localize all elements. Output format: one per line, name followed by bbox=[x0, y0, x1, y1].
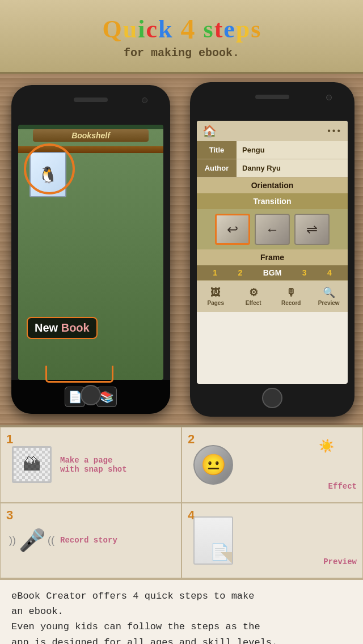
flip-page-symbol: 📄 bbox=[210, 543, 230, 561]
title-i: i bbox=[138, 15, 145, 44]
bgm-num-3: 3 bbox=[302, 268, 307, 277]
pages-icon: 🖼 bbox=[210, 287, 221, 299]
title-space2 bbox=[196, 15, 202, 44]
mic-wave-left: )) bbox=[9, 535, 16, 546]
phone-right-camera bbox=[326, 95, 332, 100]
rp-title-field[interactable]: Title Pengu bbox=[197, 141, 348, 159]
step-1-num: 1 bbox=[6, 432, 13, 447]
tab-effect-label: Effect bbox=[246, 300, 261, 306]
tab-effect[interactable]: ⚙ Effect bbox=[235, 281, 273, 312]
rp-transition-icons: ↩ ← ⇌ bbox=[197, 209, 348, 249]
new-word: New bbox=[35, 321, 58, 334]
rp-bottom-tabs: 🖼 Pages ⚙ Effect 🎙 Record 🔍 Preview bbox=[197, 280, 348, 312]
tab-pages-label: Pages bbox=[208, 300, 224, 306]
mountain-icon: 🏔 bbox=[23, 454, 41, 475]
step-3-icon-area: )) 🎤 )) bbox=[9, 518, 54, 563]
rp-author-field[interactable]: Author Danny Ryu bbox=[197, 159, 348, 177]
tab-pages[interactable]: 🖼 Pages bbox=[197, 281, 235, 312]
record-icon: 🎙 bbox=[286, 287, 296, 299]
step-4-icon-area: 📄 bbox=[191, 518, 236, 563]
step-3-cell: 3 )) 🎤 )) Record story bbox=[0, 503, 182, 579]
book-flip-icon: 📄 bbox=[193, 516, 233, 565]
effect-icon: ⚙ bbox=[249, 286, 258, 299]
title-ss: s bbox=[251, 15, 260, 44]
bookshelf: Bookshelf 🐧 New Book bbox=[18, 129, 163, 380]
step-1-cell: 1 🏔 Make a page with snap shot bbox=[0, 427, 182, 503]
rp-title-value: Pengu bbox=[237, 146, 265, 154]
preview-icon: 🔍 bbox=[323, 286, 335, 299]
step-2-label: Effect bbox=[328, 482, 357, 491]
tab-record[interactable]: 🎙 Record bbox=[272, 281, 310, 312]
step-3-label: Record story bbox=[54, 536, 117, 545]
bookshelf-label: Bookshelf bbox=[33, 129, 149, 142]
desc-line-2: an ebook. bbox=[11, 604, 352, 619]
page-image-icon: 🏔 bbox=[12, 446, 52, 483]
main-area: Bookshelf 🐧 New Book 📄 📚 bbox=[0, 74, 363, 644]
title-k: k bbox=[158, 15, 172, 44]
steps-section: 1 🏔 Make a page with snap shot 2 😐 ☀️ Ef… bbox=[0, 425, 363, 578]
rp-author-value: Danny Ryu bbox=[237, 164, 281, 172]
rp-author-label: Author bbox=[197, 159, 237, 177]
rp-dots-menu[interactable]: ••• bbox=[327, 126, 342, 136]
step-2-icon-area: 😐 bbox=[191, 442, 236, 488]
tab-record-label: Record bbox=[281, 300, 301, 306]
title-e: e bbox=[223, 15, 235, 44]
rp-transition-header[interactable]: Transition bbox=[197, 193, 348, 209]
title-c: c bbox=[146, 15, 158, 44]
rp-orientation-header[interactable]: Orientation bbox=[197, 177, 348, 193]
title-q: Q bbox=[103, 15, 122, 44]
rp-top-bar: 🏠 ••• bbox=[197, 121, 348, 141]
desc-line-4: app is designed for all ages and skill l… bbox=[11, 635, 352, 644]
phone-left-camera bbox=[142, 98, 147, 103]
phone-right-speaker bbox=[255, 95, 289, 99]
rp-title-label: Title bbox=[197, 141, 237, 159]
bgm-num-2: 2 bbox=[238, 268, 242, 277]
phone-left-speaker bbox=[74, 98, 108, 102]
rp-home-icon[interactable]: 🏠 bbox=[202, 124, 217, 138]
title-space bbox=[174, 15, 180, 44]
main-title: Q u i c k 4 s t e p s bbox=[103, 12, 261, 45]
bgm-label: BGM bbox=[263, 268, 282, 277]
top-banner: Q u i c k 4 s t e p s for making ebook. bbox=[0, 0, 363, 74]
transition-slide[interactable]: ← bbox=[255, 214, 290, 245]
step-4-label: Preview bbox=[323, 557, 357, 566]
mic-icon: 🎤 bbox=[19, 528, 45, 553]
tab-preview-label: Preview bbox=[318, 300, 340, 306]
step-1-label: Make a page with snap shot bbox=[54, 456, 127, 474]
phone-left-screen: Bookshelf 🐧 New Book bbox=[18, 125, 163, 380]
orange-bracket bbox=[45, 366, 113, 383]
title-u: u bbox=[123, 15, 137, 44]
title-4: 4 bbox=[181, 12, 195, 45]
title-p: p bbox=[236, 15, 250, 44]
title-s: s bbox=[204, 15, 213, 44]
title-t: t bbox=[214, 15, 223, 44]
phone-right-screen: 🏠 ••• Title Pengu Author Danny Ryu Orien… bbox=[197, 121, 348, 384]
desc-line-3: Even young kids can follow the steps as … bbox=[11, 619, 352, 634]
step-4-cell: 4 📄 Preview bbox=[182, 503, 363, 579]
phone-right-home-button[interactable] bbox=[262, 388, 282, 408]
rp-frame-row[interactable]: Frame bbox=[197, 249, 348, 265]
tab-preview[interactable]: 🔍 Preview bbox=[310, 281, 348, 312]
step-1-icon-area: 🏔 bbox=[9, 442, 54, 488]
description-section: eBook Creator offers 4 quick steps to ma… bbox=[0, 578, 363, 644]
rp-bgm-row: 1 2 BGM 3 4 bbox=[197, 265, 348, 280]
sun-icon: ☀️ bbox=[319, 439, 334, 454]
phone-left: Bookshelf 🐧 New Book 📄 📚 bbox=[11, 85, 170, 414]
new-book-badge: New Book bbox=[27, 317, 98, 339]
face-icon: 😐 bbox=[193, 445, 233, 485]
bgm-num-4: 4 bbox=[327, 268, 332, 277]
subtitle: for making ebook. bbox=[124, 46, 239, 60]
bgm-num-1: 1 bbox=[213, 268, 217, 277]
step-2-cell: 2 😐 ☀️ Effect bbox=[182, 427, 363, 503]
mic-wave-right: )) bbox=[48, 535, 54, 546]
desc-line-1: eBook Creator offers 4 quick steps to ma… bbox=[11, 588, 352, 604]
phone-right: 🏠 ••• Title Pengu Author Danny Ryu Orien… bbox=[190, 82, 354, 417]
transition-flip[interactable]: ⇌ bbox=[294, 214, 330, 245]
book-word-text: Book bbox=[61, 321, 90, 334]
step-2-num: 2 bbox=[188, 432, 195, 447]
phone-left-home-button[interactable] bbox=[81, 385, 101, 405]
transition-curl[interactable]: ↩ bbox=[215, 214, 250, 245]
orange-highlight-circle bbox=[24, 143, 75, 194]
